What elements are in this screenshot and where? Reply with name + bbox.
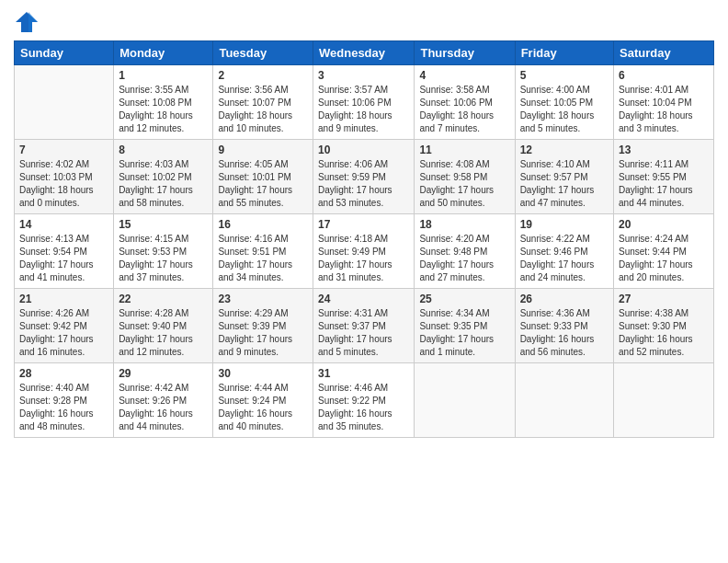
day-number: 23 bbox=[218, 293, 308, 305]
day-info: Sunrise: 3:57 AM Sunset: 10:06 PM Daylig… bbox=[318, 84, 409, 135]
calendar-cell: 17Sunrise: 4:18 AM Sunset: 9:49 PM Dayli… bbox=[313, 214, 415, 289]
day-info: Sunrise: 4:02 AM Sunset: 10:03 PM Daylig… bbox=[19, 158, 108, 210]
calendar-cell: 11Sunrise: 4:08 AM Sunset: 9:58 PM Dayli… bbox=[415, 140, 515, 214]
day-number: 15 bbox=[119, 218, 208, 231]
weekday-header-saturday: Saturday bbox=[614, 41, 714, 65]
header bbox=[14, 9, 714, 35]
calendar-cell: 9Sunrise: 4:05 AM Sunset: 10:01 PM Dayli… bbox=[213, 140, 313, 214]
day-number: 13 bbox=[619, 144, 709, 156]
day-number: 11 bbox=[419, 144, 509, 156]
day-info: Sunrise: 4:06 AM Sunset: 9:59 PM Dayligh… bbox=[318, 158, 409, 210]
day-info: Sunrise: 4:44 AM Sunset: 9:24 PM Dayligh… bbox=[218, 382, 308, 433]
day-info: Sunrise: 4:16 AM Sunset: 9:51 PM Dayligh… bbox=[218, 233, 308, 284]
calendar-cell: 29Sunrise: 4:42 AM Sunset: 9:26 PM Dayli… bbox=[114, 363, 213, 438]
calendar-cell: 25Sunrise: 4:34 AM Sunset: 9:35 PM Dayli… bbox=[415, 289, 515, 363]
day-info: Sunrise: 4:05 AM Sunset: 10:01 PM Daylig… bbox=[218, 158, 308, 210]
weekday-header-wednesday: Wednesday bbox=[313, 41, 415, 65]
day-number: 20 bbox=[619, 218, 709, 231]
calendar-cell: 3Sunrise: 3:57 AM Sunset: 10:06 PM Dayli… bbox=[313, 65, 415, 140]
calendar-cell: 26Sunrise: 4:36 AM Sunset: 9:33 PM Dayli… bbox=[515, 289, 613, 363]
weekday-header-monday: Monday bbox=[114, 41, 213, 65]
day-number: 30 bbox=[218, 367, 308, 380]
day-info: Sunrise: 4:08 AM Sunset: 9:58 PM Dayligh… bbox=[419, 158, 509, 210]
day-number: 5 bbox=[520, 69, 609, 82]
calendar-cell bbox=[15, 65, 114, 140]
calendar-cell: 23Sunrise: 4:29 AM Sunset: 9:39 PM Dayli… bbox=[213, 289, 313, 363]
calendar-cell: 18Sunrise: 4:20 AM Sunset: 9:48 PM Dayli… bbox=[415, 214, 515, 289]
calendar-week-row: 1Sunrise: 3:55 AM Sunset: 10:08 PM Dayli… bbox=[15, 65, 714, 140]
day-number: 24 bbox=[318, 293, 409, 305]
calendar-cell: 10Sunrise: 4:06 AM Sunset: 9:59 PM Dayli… bbox=[313, 140, 415, 214]
weekday-header-thursday: Thursday bbox=[415, 41, 515, 65]
weekday-header-row: SundayMondayTuesdayWednesdayThursdayFrid… bbox=[15, 41, 714, 65]
day-info: Sunrise: 4:20 AM Sunset: 9:48 PM Dayligh… bbox=[419, 233, 509, 284]
day-number: 4 bbox=[419, 69, 509, 82]
calendar-cell: 7Sunrise: 4:02 AM Sunset: 10:03 PM Dayli… bbox=[15, 140, 114, 214]
day-info: Sunrise: 4:01 AM Sunset: 10:04 PM Daylig… bbox=[619, 84, 709, 135]
day-info: Sunrise: 4:42 AM Sunset: 9:26 PM Dayligh… bbox=[119, 382, 208, 433]
day-number: 12 bbox=[520, 144, 609, 156]
calendar-cell: 24Sunrise: 4:31 AM Sunset: 9:37 PM Dayli… bbox=[313, 289, 415, 363]
weekday-header-tuesday: Tuesday bbox=[213, 41, 313, 65]
weekday-header-sunday: Sunday bbox=[15, 41, 114, 65]
calendar-week-row: 7Sunrise: 4:02 AM Sunset: 10:03 PM Dayli… bbox=[15, 140, 714, 214]
calendar-table: SundayMondayTuesdayWednesdayThursdayFrid… bbox=[14, 40, 714, 438]
calendar-cell: 4Sunrise: 3:58 AM Sunset: 10:06 PM Dayli… bbox=[415, 65, 515, 140]
calendar-week-row: 14Sunrise: 4:13 AM Sunset: 9:54 PM Dayli… bbox=[15, 214, 714, 289]
day-info: Sunrise: 4:34 AM Sunset: 9:35 PM Dayligh… bbox=[419, 307, 509, 359]
day-number: 25 bbox=[419, 293, 509, 305]
day-info: Sunrise: 4:03 AM Sunset: 10:02 PM Daylig… bbox=[119, 158, 208, 210]
calendar-cell bbox=[614, 363, 714, 438]
day-number: 28 bbox=[19, 367, 108, 380]
calendar-cell: 14Sunrise: 4:13 AM Sunset: 9:54 PM Dayli… bbox=[15, 214, 114, 289]
day-number: 2 bbox=[218, 69, 308, 82]
day-info: Sunrise: 3:58 AM Sunset: 10:06 PM Daylig… bbox=[419, 84, 509, 135]
day-info: Sunrise: 3:55 AM Sunset: 10:08 PM Daylig… bbox=[119, 84, 208, 135]
weekday-header-friday: Friday bbox=[515, 41, 613, 65]
calendar-cell: 13Sunrise: 4:11 AM Sunset: 9:55 PM Dayli… bbox=[614, 140, 714, 214]
day-number: 22 bbox=[119, 293, 208, 305]
day-info: Sunrise: 4:11 AM Sunset: 9:55 PM Dayligh… bbox=[619, 158, 709, 210]
day-info: Sunrise: 4:13 AM Sunset: 9:54 PM Dayligh… bbox=[19, 233, 108, 284]
calendar-cell: 5Sunrise: 4:00 AM Sunset: 10:05 PM Dayli… bbox=[515, 65, 613, 140]
day-number: 7 bbox=[19, 144, 108, 156]
calendar-cell: 16Sunrise: 4:16 AM Sunset: 9:51 PM Dayli… bbox=[213, 214, 313, 289]
day-info: Sunrise: 4:22 AM Sunset: 9:46 PM Dayligh… bbox=[520, 233, 609, 284]
page-container: SundayMondayTuesdayWednesdayThursdayFrid… bbox=[0, 0, 728, 447]
day-info: Sunrise: 4:18 AM Sunset: 9:49 PM Dayligh… bbox=[318, 233, 409, 284]
day-number: 14 bbox=[19, 218, 108, 231]
day-number: 1 bbox=[119, 69, 208, 82]
calendar-week-row: 28Sunrise: 4:40 AM Sunset: 9:28 PM Dayli… bbox=[15, 363, 714, 438]
day-info: Sunrise: 4:29 AM Sunset: 9:39 PM Dayligh… bbox=[218, 307, 308, 359]
day-number: 31 bbox=[318, 367, 409, 380]
calendar-cell: 19Sunrise: 4:22 AM Sunset: 9:46 PM Dayli… bbox=[515, 214, 613, 289]
calendar-cell bbox=[515, 363, 613, 438]
day-number: 3 bbox=[318, 69, 409, 82]
calendar-cell: 22Sunrise: 4:28 AM Sunset: 9:40 PM Dayli… bbox=[114, 289, 213, 363]
day-info: Sunrise: 4:46 AM Sunset: 9:22 PM Dayligh… bbox=[318, 382, 409, 433]
day-info: Sunrise: 4:28 AM Sunset: 9:40 PM Dayligh… bbox=[119, 307, 208, 359]
calendar-cell: 31Sunrise: 4:46 AM Sunset: 9:22 PM Dayli… bbox=[313, 363, 415, 438]
calendar-cell bbox=[415, 363, 515, 438]
logo-icon bbox=[14, 9, 40, 35]
day-info: Sunrise: 4:40 AM Sunset: 9:28 PM Dayligh… bbox=[19, 382, 108, 433]
calendar-cell: 27Sunrise: 4:38 AM Sunset: 9:30 PM Dayli… bbox=[614, 289, 714, 363]
calendar-cell: 30Sunrise: 4:44 AM Sunset: 9:24 PM Dayli… bbox=[213, 363, 313, 438]
calendar-cell: 15Sunrise: 4:15 AM Sunset: 9:53 PM Dayli… bbox=[114, 214, 213, 289]
day-number: 19 bbox=[520, 218, 609, 231]
calendar-cell: 12Sunrise: 4:10 AM Sunset: 9:57 PM Dayli… bbox=[515, 140, 613, 214]
day-info: Sunrise: 3:56 AM Sunset: 10:07 PM Daylig… bbox=[218, 84, 308, 135]
day-info: Sunrise: 4:31 AM Sunset: 9:37 PM Dayligh… bbox=[318, 307, 409, 359]
calendar-cell: 20Sunrise: 4:24 AM Sunset: 9:44 PM Dayli… bbox=[614, 214, 714, 289]
day-number: 27 bbox=[619, 293, 709, 305]
day-number: 16 bbox=[218, 218, 308, 231]
svg-marker-1 bbox=[28, 12, 38, 32]
calendar-cell: 2Sunrise: 3:56 AM Sunset: 10:07 PM Dayli… bbox=[213, 65, 313, 140]
day-number: 18 bbox=[419, 218, 509, 231]
day-info: Sunrise: 4:00 AM Sunset: 10:05 PM Daylig… bbox=[520, 84, 609, 135]
day-number: 9 bbox=[218, 144, 308, 156]
day-info: Sunrise: 4:26 AM Sunset: 9:42 PM Dayligh… bbox=[19, 307, 108, 359]
day-info: Sunrise: 4:36 AM Sunset: 9:33 PM Dayligh… bbox=[520, 307, 609, 359]
calendar-week-row: 21Sunrise: 4:26 AM Sunset: 9:42 PM Dayli… bbox=[15, 289, 714, 363]
day-number: 17 bbox=[318, 218, 409, 231]
